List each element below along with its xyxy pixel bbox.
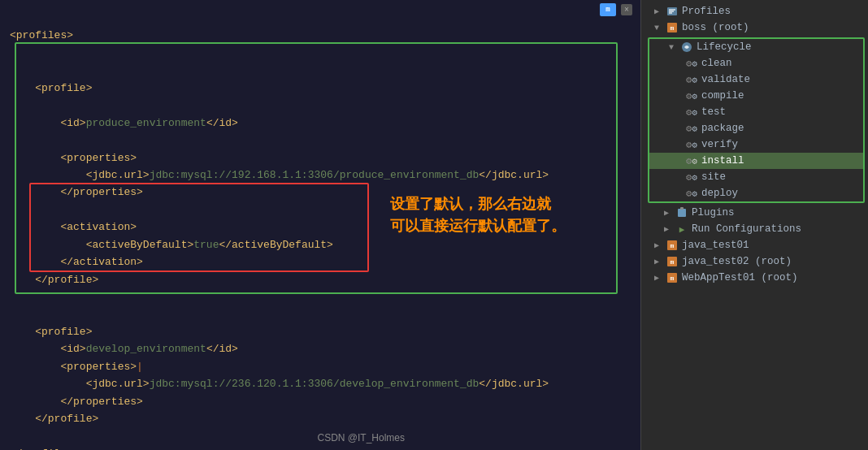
gear-test-icon: ⚙	[685, 106, 698, 119]
boss-label: boss (root)	[682, 22, 749, 33]
profile-close: </profile>	[35, 274, 98, 286]
sidebar-item-validate[interactable]: ⚙ validate	[649, 71, 863, 88]
verify-label: verify	[701, 139, 738, 150]
sidebar-item-clean[interactable]: ⚙ clean	[649, 55, 863, 71]
site-label: site	[701, 171, 726, 183]
profile-open: <profile>	[35, 82, 92, 94]
activation-open: <activation>	[60, 221, 137, 233]
svg-rect-8	[680, 207, 684, 210]
gear-compile-icon: ⚙	[685, 89, 698, 102]
validate-label: validate	[701, 74, 750, 85]
package-label: package	[701, 123, 744, 134]
webapp-test01-label: WebAppTest01 (root)	[682, 272, 798, 283]
lifecycle-label: Lifecycle	[697, 41, 752, 53]
test-label: test	[701, 106, 726, 118]
gear-verify-icon: ⚙	[685, 138, 698, 151]
id-open: <id>	[60, 117, 85, 129]
sidebar-item-java-test02[interactable]: m java_test02 (root)	[641, 253, 868, 270]
svg-text:m: m	[671, 242, 675, 249]
active-open: <activeByDefault>	[86, 239, 194, 251]
sidebar-item-deploy[interactable]: ⚙ deploy	[649, 185, 863, 201]
props-open: <properties>	[60, 152, 137, 164]
annotation-text: 设置了默认，那么右边就可以直接运行默认配置了。	[390, 193, 601, 237]
gear-validate-icon: ⚙	[685, 73, 698, 86]
arrow-java-test02	[654, 257, 666, 266]
jdbc2-close: </jdbc.url>	[479, 378, 549, 390]
id-close: </id>	[206, 117, 238, 129]
svg-text:m: m	[671, 275, 675, 282]
install-label: install	[701, 155, 744, 167]
jdbc-value: jdbc:mysql://192.168.1.1:3306/produce_en…	[150, 169, 480, 181]
lifecycle-icon	[680, 41, 693, 54]
arrow-plugins	[664, 208, 675, 218]
sidebar-item-java-test01[interactable]: m java_test01	[641, 237, 868, 253]
plugins-label: Plugins	[692, 207, 735, 219]
java-test02-icon: m	[666, 255, 679, 268]
run-configs-icon: ▶	[675, 223, 688, 236]
gear-clean-icon: ⚙	[685, 57, 698, 70]
jdbc2-open: <jdbc.url>	[86, 378, 150, 390]
right-panel: Profiles m boss (root) Lifecycle ⚙ clean…	[640, 0, 868, 450]
sidebar-item-package[interactable]: ⚙ package	[649, 120, 863, 136]
jdbc-open: <jdbc.url>	[86, 169, 150, 181]
arrow-webapp-test01	[654, 273, 666, 283]
gear-deploy-icon: ⚙	[685, 187, 698, 200]
boss-icon: m	[666, 21, 679, 34]
webapp-test01-icon: m	[666, 271, 679, 284]
sidebar-item-profiles[interactable]: Profiles	[641, 3, 868, 19]
code-panel: m × <profiles> <profile> <id>produce_env…	[0, 0, 640, 450]
java-test02-label: java_test02 (root)	[682, 256, 792, 267]
arrow-profiles	[654, 6, 666, 16]
sidebar-item-verify[interactable]: ⚙ verify	[649, 136, 863, 153]
svg-text:m: m	[671, 24, 675, 32]
jdbc-close: </jdbc.url>	[479, 169, 549, 181]
svg-rect-7	[678, 209, 686, 217]
sidebar-item-install[interactable]: ⚙ install	[649, 153, 863, 169]
props-close: </properties>	[60, 186, 142, 198]
gear-site-icon: ⚙	[685, 171, 698, 184]
sidebar-item-webapp-test01[interactable]: m WebAppTest01 (root)	[641, 270, 868, 286]
java-test01-icon: m	[666, 239, 679, 252]
arrow-run-configs	[664, 224, 675, 234]
props2-close: </properties>	[60, 396, 142, 408]
profile2-open: <profile>	[35, 326, 92, 338]
sidebar-item-lifecycle[interactable]: Lifecycle	[649, 39, 863, 55]
deploy-label: deploy	[701, 188, 738, 199]
active-value: true	[193, 239, 219, 251]
profiles-open: <profiles>	[10, 29, 73, 41]
sidebar-item-boss[interactable]: m boss (root)	[641, 19, 868, 36]
sidebar-item-run-configs[interactable]: ▶ Run Configurations	[641, 221, 868, 237]
sidebar-item-compile[interactable]: ⚙ compile	[649, 88, 863, 104]
active-close: </activeByDefault>	[219, 239, 332, 251]
props2-open: <properties>	[60, 361, 137, 373]
activation-close: </activation>	[60, 256, 142, 268]
profile2-close: </profile>	[35, 413, 98, 425]
clean-label: clean	[701, 58, 732, 69]
id-value: produce_environment	[86, 117, 206, 129]
watermark: CSDN @IT_Holmes	[317, 432, 405, 444]
id2-value: develop_environment	[86, 343, 206, 355]
profiles-label: Profiles	[682, 6, 731, 17]
run-configs-label: Run Configurations	[692, 223, 801, 235]
svg-text:m: m	[671, 258, 675, 266]
id2-open: <id>	[60, 343, 85, 355]
arrow-lifecycle	[669, 43, 680, 52]
arrow-boss	[654, 24, 666, 32]
jdbc2-value: jdbc:mysql://236.120.1.1:3306/develop_en…	[150, 378, 480, 390]
compile-label: compile	[701, 90, 744, 102]
id2-close: </id>	[206, 343, 238, 355]
java-test01-label: java_test01	[682, 240, 749, 251]
lifecycle-section: Lifecycle ⚙ clean ⚙ validate ⚙ compile ⚙…	[648, 37, 865, 203]
sidebar-item-site[interactable]: ⚙ site	[649, 169, 863, 185]
sidebar-item-test[interactable]: ⚙ test	[649, 104, 863, 120]
plugins-icon	[675, 206, 688, 219]
sidebar-item-plugins[interactable]: Plugins	[641, 205, 868, 221]
gear-package-icon: ⚙	[685, 122, 698, 135]
arrow-java-test01	[654, 240, 666, 250]
gear-install-icon: ⚙	[685, 154, 698, 167]
profiles-icon	[666, 5, 679, 18]
